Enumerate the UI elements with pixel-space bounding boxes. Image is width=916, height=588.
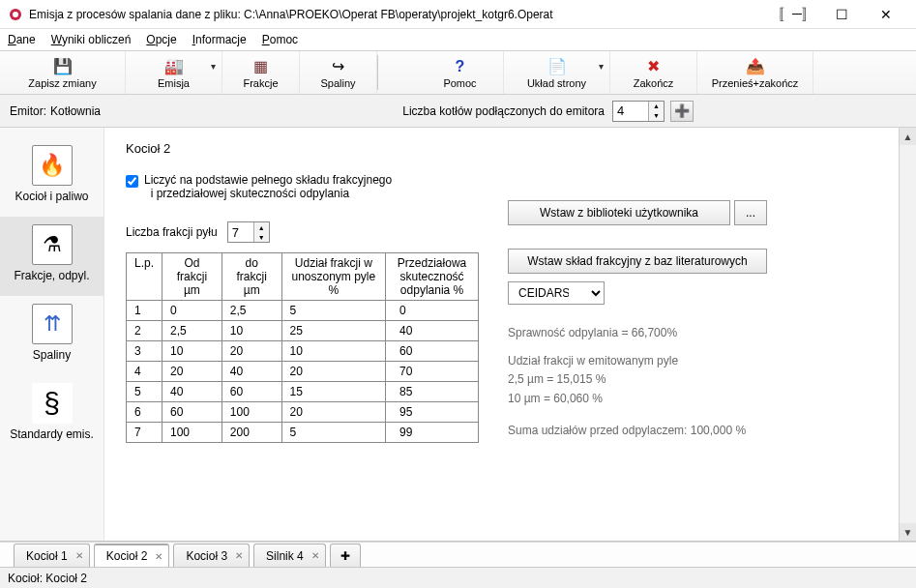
table-row[interactable]: 102,550 (127, 301, 479, 321)
minimize-button[interactable]: 〚─〛 (775, 0, 819, 29)
menu-wyniki[interactable]: Wyniki obliczeń (51, 33, 132, 46)
toolbar-zapisz[interactable]: 💾 Zapisz zmiany (0, 51, 126, 94)
menu-dane[interactable]: Dane (8, 33, 36, 46)
spin-up-icon[interactable]: ▲ (254, 222, 269, 232)
table-row[interactable]: 6601002095 (127, 402, 479, 423)
insert-from-literature-button[interactable]: Wstaw skład frakcyjny z baz literaturowy… (508, 249, 767, 274)
menu-informacje[interactable]: Informacje (192, 33, 247, 46)
cell[interactable]: 6 (127, 402, 163, 423)
cell[interactable]: 0 (386, 301, 479, 321)
toolbar-uklad[interactable]: 📄 Układ strony ▾ (504, 51, 610, 94)
cell[interactable]: 99 (386, 423, 479, 443)
close-button[interactable]: ✕ (864, 0, 908, 29)
insert-from-library-button[interactable]: Wstaw z biblioteki użytkownika (508, 200, 730, 225)
cell[interactable]: 20 (222, 341, 281, 362)
spin-down-icon[interactable]: ▼ (649, 111, 664, 121)
fraction-count-input[interactable] (228, 222, 253, 242)
cell[interactable]: 2,5 (222, 301, 281, 321)
cell[interactable]: 20 (163, 362, 222, 382)
cell[interactable]: 100 (163, 423, 222, 443)
cell[interactable]: 1 (127, 301, 163, 321)
cell[interactable]: 15 (281, 382, 386, 402)
cell[interactable]: 40 (386, 321, 479, 341)
cell[interactable]: 95 (386, 402, 479, 423)
cell[interactable]: 85 (386, 382, 479, 402)
cell[interactable]: 0 (163, 301, 222, 321)
cell[interactable]: 10 (222, 321, 281, 341)
cell[interactable]: 20 (281, 402, 386, 423)
scrollbar-vertical[interactable]: ▲ ▼ (899, 128, 916, 541)
sidebar-item-kociol[interactable]: 🔥 Kocioł i paliwo (0, 137, 103, 217)
cell[interactable]: 7 (127, 423, 163, 443)
insert-from-library-more-button[interactable]: ... (734, 200, 767, 225)
database-select[interactable]: CEIDARS (508, 281, 605, 305)
toolbar-pomoc[interactable]: ? Pomoc (417, 51, 504, 94)
scroll-down-icon[interactable]: ▼ (900, 523, 916, 541)
cell[interactable]: 5 (127, 382, 163, 402)
close-icon[interactable]: ✕ (155, 551, 163, 562)
cell[interactable]: 4 (127, 362, 163, 382)
toolbar-zakoncz[interactable]: ✖ Zakończ (610, 51, 697, 94)
close-icon[interactable]: ✕ (235, 550, 243, 561)
toolbar-emisja[interactable]: 🏭 Emisja ▾ (126, 51, 222, 94)
sidebar-item-standardy[interactable]: § Standardy emis. (0, 375, 103, 455)
maximize-button[interactable]: ☐ (819, 0, 864, 29)
tab-kociol-2[interactable]: Kocioł 2✕ (94, 544, 170, 567)
tab-kociol-1[interactable]: Kocioł 1✕ (14, 544, 90, 567)
toolbar-przenies[interactable]: 📤 Przenieś+zakończ (697, 51, 813, 94)
cell[interactable]: 40 (222, 362, 281, 382)
toolbar-spaliny[interactable]: ↪ Spaliny (300, 51, 377, 94)
cell[interactable]: 20 (281, 362, 386, 382)
toolbar-frakcje[interactable]: ▦ Frakcje (222, 51, 300, 94)
tab-label: Silnik 4 (266, 549, 304, 563)
cell[interactable]: 5 (281, 301, 386, 321)
liczba-kotlow-input[interactable] (613, 102, 648, 121)
sidebar-item-spaliny[interactable]: ⇈ Spaliny (0, 296, 103, 375)
tab-silnik-4[interactable]: Silnik 4✕ (253, 544, 326, 567)
table-row[interactable]: 7100200599 (127, 423, 479, 443)
close-icon[interactable]: ✕ (75, 550, 83, 561)
full-composition-checkbox-label[interactable]: Liczyć na podstawie pełnego składu frakc… (126, 173, 479, 200)
cell[interactable]: 10 (281, 341, 386, 362)
cell[interactable]: 60 (163, 402, 222, 423)
window-title: Emisja z procesów spalania dane z pliku:… (29, 8, 775, 21)
sidebar-item-frakcje[interactable]: ⚗ Frakcje, odpyl. (0, 217, 103, 296)
liczba-kotlow-spinner[interactable]: ▲▼ (612, 101, 665, 122)
add-boiler-button[interactable]: ➕ (670, 101, 694, 122)
stat-share-header: Udział frakcji w emitowanym pyle (508, 352, 899, 370)
fractions-table: L.p. Od frakcji µm do frakcji µm Udział … (126, 252, 479, 443)
cell[interactable]: 40 (163, 382, 222, 402)
sidebar: 🔥 Kocioł i paliwo ⚗ Frakcje, odpyl. ⇈ Sp… (0, 128, 104, 541)
cell[interactable]: 60 (222, 382, 281, 402)
menu-pomoc[interactable]: Pomoc (262, 33, 298, 46)
tab-add[interactable]: ✚ (330, 544, 361, 567)
tab-bar: Kocioł 1✕ Kocioł 2✕ Kocioł 3✕ Silnik 4✕ … (0, 542, 916, 567)
table-row[interactable]: 310201060 (127, 341, 479, 362)
cell[interactable]: 10 (163, 341, 222, 362)
cell[interactable]: 3 (127, 341, 163, 362)
stat-share-10: 10 µm = 60,060 % (508, 390, 899, 408)
spin-up-icon[interactable]: ▲ (649, 102, 664, 111)
cell[interactable]: 60 (386, 341, 479, 362)
cell[interactable]: 2 (127, 321, 163, 341)
cell[interactable]: 2,5 (163, 321, 222, 341)
cell[interactable]: 200 (222, 423, 281, 443)
fumes-icon: ⇈ (32, 304, 73, 344)
close-icon[interactable]: ✕ (311, 550, 319, 561)
table-row[interactable]: 420402070 (127, 362, 479, 382)
spin-down-icon[interactable]: ▼ (254, 232, 269, 242)
cell[interactable]: 25 (281, 321, 386, 341)
fraction-count-spinner[interactable]: ▲▼ (227, 221, 270, 243)
table-row[interactable]: 22,5102540 (127, 321, 479, 341)
menu-opcje[interactable]: Opcje (146, 33, 176, 46)
menubar: Dane Wyniki obliczeń Opcje Informacje Po… (0, 29, 916, 50)
tab-kociol-3[interactable]: Kocioł 3✕ (173, 544, 250, 567)
table-row[interactable]: 540601585 (127, 382, 479, 402)
transfer-icon: 📤 (746, 57, 765, 76)
full-composition-checkbox[interactable] (126, 175, 138, 188)
cell[interactable]: 70 (386, 362, 479, 382)
col-lp: L.p. (127, 253, 163, 301)
scroll-up-icon[interactable]: ▲ (900, 128, 916, 145)
cell[interactable]: 100 (222, 402, 281, 423)
cell[interactable]: 5 (281, 423, 386, 443)
